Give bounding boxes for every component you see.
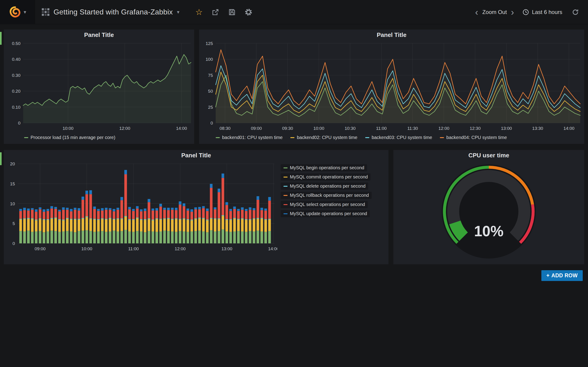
legend-item[interactable]: MySQL select operations per second <box>281 201 368 208</box>
legend-label: MySQL rollback operations per second <box>290 193 369 198</box>
dashboard-grid-icon <box>42 8 49 16</box>
grafana-logo-button[interactable]: ▾ <box>0 0 35 24</box>
time-range-label: Last 6 hours <box>532 9 562 15</box>
svg-text:12:30: 12:30 <box>470 126 481 131</box>
panel-title[interactable]: Panel Title <box>199 30 584 40</box>
legend-label: Processor load (15 min average per core) <box>31 135 115 140</box>
cpu-system-time-chart[interactable]: 08:3009:0009:3010:0010:3011:0011:3012:00… <box>199 40 584 133</box>
gauge-value: 10% <box>474 223 503 240</box>
legend-color-marker <box>24 137 28 138</box>
settings-button[interactable] <box>242 5 255 19</box>
legend-color-marker <box>284 213 288 214</box>
svg-text:13:00: 13:00 <box>501 126 512 131</box>
svg-text:14:00: 14:00 <box>176 126 187 131</box>
legend-label: backend02: CPU system time <box>297 135 357 140</box>
mysql-operations-chart[interactable]: 09:0010:0011:0012:0013:0014:0005101520 <box>4 161 277 253</box>
svg-text:0.10: 0.10 <box>12 105 20 110</box>
svg-text:10:00: 10:00 <box>313 126 324 131</box>
legend-item[interactable]: MySQL update operations per second <box>281 210 370 217</box>
legend-item[interactable]: backend02: CPU system time <box>290 135 357 140</box>
chevron-down-icon: ▾ <box>24 10 26 15</box>
legend-item[interactable]: Processor load (15 min average per core) <box>24 135 115 140</box>
share-button[interactable] <box>209 5 222 19</box>
svg-text:0.20: 0.20 <box>12 89 20 94</box>
panel-cpu-user-time-gauge: CPU user time 10% <box>393 150 584 265</box>
chevron-right-icon[interactable]: › <box>509 8 516 17</box>
svg-text:13:00: 13:00 <box>221 246 233 251</box>
legend-item[interactable]: MySQL rollback operations per second <box>281 192 372 199</box>
svg-text:0.50: 0.50 <box>12 41 20 46</box>
dashboard-actions: ☆ <box>192 0 255 24</box>
legend-label: MySQL select operations per second <box>290 202 365 207</box>
time-range-picker[interactable]: Last 6 hours <box>518 9 566 16</box>
row-collapse-strip[interactable] <box>0 32 2 45</box>
svg-text:14:00: 14:00 <box>563 126 574 131</box>
svg-text:14:00: 14:00 <box>268 246 277 251</box>
panel-mysql-operations: Panel Title 09:0010:0011:0012:0013:0014:… <box>4 150 389 265</box>
legend-color-marker <box>284 186 288 187</box>
svg-text:0.30: 0.30 <box>12 73 20 78</box>
svg-text:20: 20 <box>10 161 15 166</box>
svg-text:0: 0 <box>12 241 15 246</box>
legend-label: MySQL delete operations per second <box>290 184 365 189</box>
svg-text:100: 100 <box>206 57 213 62</box>
legend-item[interactable]: backend03: CPU system time <box>365 135 432 140</box>
dashboard-grid: Panel Title 10:0012:0014:0000.100.200.30… <box>0 24 588 281</box>
panel-title[interactable]: Panel Title <box>4 30 194 40</box>
refresh-button[interactable] <box>569 5 582 19</box>
chevron-left-icon[interactable]: ‹ <box>473 8 480 17</box>
favorite-button[interactable]: ☆ <box>192 5 206 19</box>
share-icon <box>212 8 219 16</box>
panel-processor-load: Panel Title 10:0012:0014:0000.100.200.30… <box>4 29 194 144</box>
svg-text:11:00: 11:00 <box>376 126 387 131</box>
add-row-label: ADD ROW <box>551 273 578 279</box>
legend-item[interactable]: MySQL begin operations per second <box>281 164 367 171</box>
panel-title[interactable]: Panel Title <box>4 150 389 161</box>
svg-text:0.40: 0.40 <box>12 57 20 62</box>
save-button[interactable] <box>225 5 239 19</box>
clock-icon <box>522 9 529 16</box>
legend-color-marker <box>290 137 294 138</box>
legend-item[interactable]: MySQL commit operations per second <box>281 173 371 181</box>
svg-text:10:30: 10:30 <box>345 126 355 131</box>
cpu-user-time-gauge[interactable]: 10% <box>393 161 584 264</box>
svg-text:10:00: 10:00 <box>81 246 92 251</box>
grafana-logo-icon <box>9 6 22 19</box>
legend-item[interactable]: MySQL delete operations per second <box>281 183 368 190</box>
legend-item[interactable]: backend01: CPU system time <box>216 135 283 140</box>
legend-item[interactable]: backend04: CPU system time <box>440 135 507 140</box>
chevron-down-icon: ▾ <box>177 10 179 15</box>
panel-title[interactable]: CPU user time <box>393 150 584 161</box>
gear-icon <box>244 8 253 16</box>
legend: Processor load (15 min average per core) <box>4 133 194 140</box>
legend-label: MySQL update operations per second <box>290 211 367 216</box>
svg-text:10: 10 <box>10 201 15 206</box>
add-row-container: + ADD ROW <box>4 270 584 281</box>
plus-icon: + <box>546 273 550 279</box>
svg-text:09:00: 09:00 <box>251 126 262 131</box>
svg-text:0: 0 <box>18 121 20 125</box>
zoom-out-button[interactable]: Zoom Out <box>482 9 507 15</box>
add-row-button[interactable]: + ADD ROW <box>541 270 583 281</box>
svg-text:11:30: 11:30 <box>407 126 418 131</box>
svg-text:125: 125 <box>206 41 213 46</box>
legend: backend01: CPU system timebackend02: CPU… <box>199 133 584 140</box>
dashboard-row-2: Panel Title 09:0010:0011:0012:0013:0014:… <box>4 150 584 265</box>
dashboard-title-button[interactable]: Getting Started with Grafana-Zabbix ▾ <box>35 0 186 24</box>
dashboard-title: Getting Started with Grafana-Zabbix <box>53 8 173 16</box>
legend-label: backend01: CPU system time <box>222 135 283 140</box>
legend-label: backend03: CPU system time <box>372 135 432 140</box>
svg-text:50: 50 <box>208 89 213 94</box>
legend-label: backend04: CPU system time <box>446 135 507 140</box>
processor-load-chart[interactable]: 10:0012:0014:0000.100.200.300.400.50 <box>4 40 195 133</box>
svg-text:12:00: 12:00 <box>175 246 186 251</box>
svg-text:08:30: 08:30 <box>220 126 231 131</box>
svg-text:15: 15 <box>10 181 15 186</box>
legend-color-marker <box>216 137 220 138</box>
legend-color-marker <box>365 137 369 138</box>
svg-text:0: 0 <box>210 121 213 125</box>
legend: MySQL begin operations per secondMySQL c… <box>281 164 372 217</box>
legend-color-marker <box>284 195 288 196</box>
row-collapse-strip[interactable] <box>0 152 2 165</box>
refresh-icon <box>572 8 579 16</box>
